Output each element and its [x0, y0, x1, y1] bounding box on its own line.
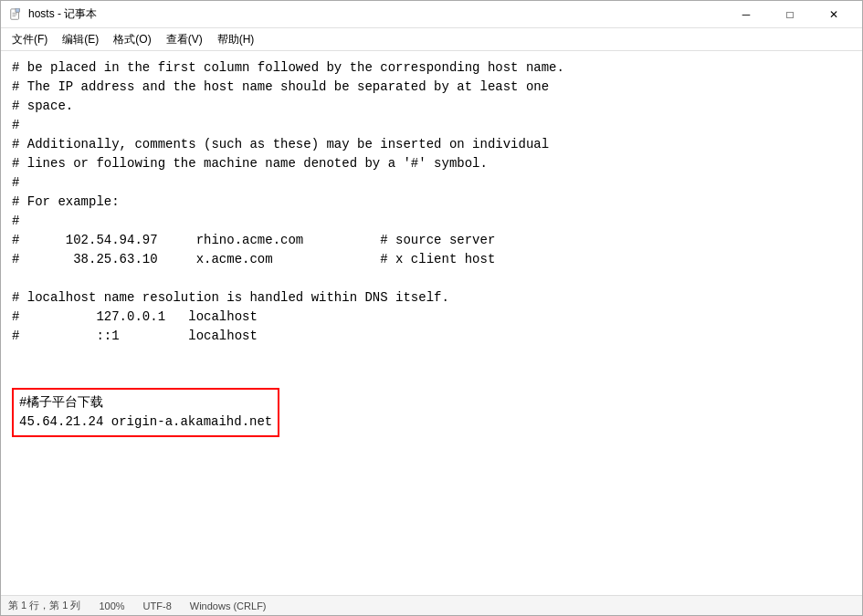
content-area[interactable]: # be placed in the first column followed… [1, 51, 862, 595]
status-bar: 第 1 行，第 1 列 100% UTF-8 Windows (CRLF) [1, 595, 862, 615]
notepad-window: hosts - 记事本 ─ □ ✕ 文件(F) 编辑(E) 格式(O) 查看(V… [0, 0, 863, 616]
cursor-position: 第 1 行，第 1 列 [8, 599, 80, 612]
menu-bar: 文件(F) 编辑(E) 格式(O) 查看(V) 帮助(H) [1, 28, 862, 51]
highlighted-entry: #橘子平台下载 45.64.21.24 origin-a.akamaihd.ne… [12, 388, 279, 437]
encoding: UTF-8 [143, 600, 172, 611]
maximize-button[interactable]: □ [769, 2, 811, 27]
svg-rect-1 [16, 8, 19, 12]
minimize-button[interactable]: ─ [725, 2, 767, 27]
text-editor[interactable]: # be placed in the first column followed… [1, 51, 862, 595]
highlight-line2: 45.64.21.24 origin-a.akamaihd.net [19, 414, 272, 429]
close-button[interactable]: ✕ [813, 2, 855, 27]
menu-help[interactable]: 帮助(H) [210, 29, 262, 49]
menu-view[interactable]: 查看(V) [159, 29, 210, 49]
file-content: # be placed in the first column followed… [12, 60, 564, 429]
menu-format[interactable]: 格式(O) [106, 29, 158, 49]
title-bar-buttons: ─ □ ✕ [725, 2, 855, 27]
line-ending: Windows (CRLF) [190, 600, 267, 611]
menu-file[interactable]: 文件(F) [5, 29, 55, 49]
highlight-line1: #橘子平台下载 [19, 395, 103, 410]
menu-edit[interactable]: 编辑(E) [55, 29, 106, 49]
app-icon [8, 7, 23, 22]
window-title: hosts - 记事本 [28, 6, 725, 22]
zoom-level: 100% [99, 600, 124, 611]
title-bar: hosts - 记事本 ─ □ ✕ [1, 1, 862, 28]
